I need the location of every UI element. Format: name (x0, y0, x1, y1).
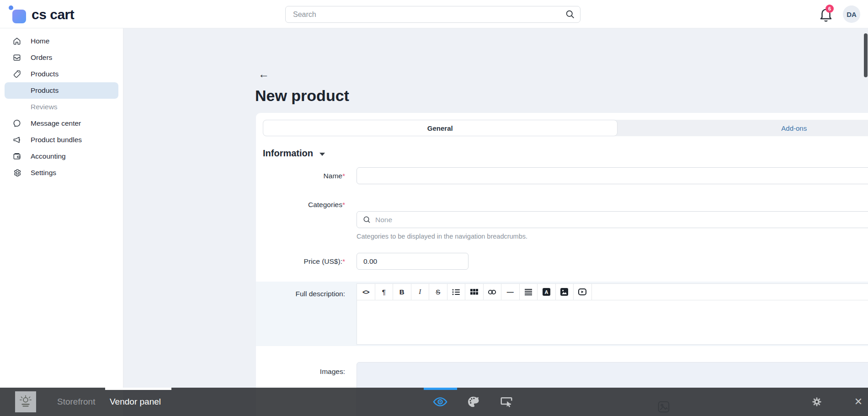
notification-count-badge: 6 (825, 5, 834, 13)
storefront-tab[interactable]: Storefront (57, 388, 95, 416)
products-tag-icon (12, 69, 21, 79)
code-icon[interactable]: <> (357, 284, 375, 300)
sidebar-item-label: Message center (31, 119, 81, 128)
price-field[interactable] (357, 253, 469, 270)
back-button[interactable]: ← (258, 69, 269, 80)
home-icon (12, 37, 21, 46)
information-section-header[interactable]: Information (263, 148, 868, 159)
insert-video-icon[interactable] (574, 284, 592, 300)
settings-gear-button[interactable] (809, 394, 825, 410)
tab-bar: General Add-ons (263, 120, 868, 136)
search-input[interactable] (285, 6, 580, 23)
search-icon (363, 216, 371, 224)
chevron-down-icon (320, 153, 325, 156)
editor-toolbar: <> ¶ B I S (357, 284, 868, 300)
wallet-icon (12, 152, 21, 161)
align-icon[interactable] (520, 284, 538, 300)
price-label: Price (US$):* (263, 257, 345, 266)
page-title: New product (255, 87, 349, 105)
sidebar-item-label: Reviews (31, 103, 58, 111)
sidebar-nav: Home Orders Products Products Reviews Me… (0, 28, 123, 416)
sidebar-item-products[interactable]: Products (0, 66, 123, 82)
vertical-scrollbar-thumb[interactable] (864, 33, 868, 77)
hr-icon[interactable]: — (501, 284, 520, 300)
sidebar-item-label: Products (31, 70, 59, 78)
sidebar-item-label: Home (31, 37, 49, 45)
list-icon[interactable] (447, 284, 466, 300)
table-icon[interactable] (465, 284, 484, 300)
categories-hint: Categories to be displayed in the naviga… (357, 233, 868, 240)
tab-general[interactable]: General (263, 120, 618, 136)
product-form-card: General Add-ons Information Name* Catego… (256, 113, 868, 416)
name-label: Name* (263, 172, 345, 180)
price-row: Price (US$):* (263, 253, 868, 270)
link-icon[interactable] (484, 284, 502, 300)
main-content: ← New product Create General Add-ons Inf… (123, 28, 868, 416)
sidebar-item-home[interactable]: Home (0, 33, 123, 49)
notifications-button[interactable]: 6 (818, 7, 834, 22)
bottom-toolbar: Storefront Vendor panel (0, 388, 868, 416)
theme-editor-button[interactable] (465, 394, 481, 410)
avatar-initials: DA (847, 11, 857, 18)
name-field[interactable] (357, 167, 868, 184)
svg-text:A: A (544, 289, 548, 295)
cs-cart-logo[interactable]: cs cart (12, 6, 74, 23)
orders-icon (12, 53, 21, 62)
toolbar-spacer (592, 284, 868, 300)
top-bar: cs cart 6 DA (0, 0, 868, 28)
sidebar-item-orders[interactable]: Orders (0, 49, 123, 66)
message-icon (12, 119, 21, 128)
paragraph-icon[interactable]: ¶ (375, 284, 394, 300)
store-logo-icon (18, 394, 33, 410)
name-row: Name* (263, 167, 868, 184)
required-asterisk: * (342, 172, 345, 180)
section-title: Information (263, 148, 313, 159)
store-thumbnail[interactable] (15, 391, 36, 412)
required-asterisk: * (342, 257, 345, 265)
font-color-icon[interactable]: A (538, 284, 556, 300)
megaphone-icon (12, 135, 21, 144)
strikethrough-icon[interactable]: S (429, 284, 447, 300)
sidebar-item-label: Orders (31, 53, 52, 62)
close-icon[interactable]: ✕ (850, 394, 867, 410)
search-icon[interactable] (565, 10, 575, 19)
screen-select-button[interactable] (498, 394, 515, 410)
monitor-cursor-icon (500, 395, 513, 409)
global-search (285, 6, 580, 23)
bold-icon[interactable]: B (393, 284, 411, 300)
sidebar-item-label: Settings (31, 169, 56, 177)
sidebar-item-message-center[interactable]: Message center (0, 115, 123, 132)
sidebar-item-settings[interactable]: Settings (0, 165, 123, 181)
categories-row: Categories* Categories to be displayed i… (263, 201, 868, 240)
categories-label: Categories* (263, 201, 345, 240)
categories-field (357, 211, 868, 228)
insert-image-icon[interactable] (556, 284, 574, 300)
preview-eye-button[interactable] (432, 394, 448, 410)
sidebar-item-label: Product bundles (31, 136, 82, 144)
active-tool-indicator (424, 388, 457, 390)
italic-icon[interactable]: I (411, 284, 430, 300)
cs-cart-logo-icon (12, 9, 27, 23)
categories-search-input[interactable] (375, 212, 868, 228)
sidebar-item-products-selected[interactable]: Products (5, 82, 118, 99)
description-editor-area[interactable] (357, 300, 868, 344)
rich-text-editor: <> ¶ B I S (357, 283, 868, 345)
gear-icon (811, 396, 823, 408)
description-band: Full description: <> ¶ B I S (256, 282, 868, 346)
eye-icon (433, 396, 447, 408)
tab-add-ons[interactable]: Add-ons (618, 120, 868, 136)
sidebar-item-accounting[interactable]: Accounting (0, 148, 123, 165)
sidebar-item-product-bundles[interactable]: Product bundles (0, 132, 123, 148)
gear-icon (12, 168, 21, 177)
vendor-panel-tab[interactable]: Vendor panel (110, 388, 161, 416)
sidebar-item-label: Accounting (31, 152, 66, 160)
sidebar-item-label: Products (31, 86, 59, 95)
sidebar-item-reviews[interactable]: Reviews (0, 99, 123, 115)
palette-icon (466, 395, 480, 409)
logo-text: cs cart (32, 7, 74, 22)
user-avatar[interactable]: DA (843, 5, 860, 23)
description-label: Full description: (263, 283, 345, 345)
